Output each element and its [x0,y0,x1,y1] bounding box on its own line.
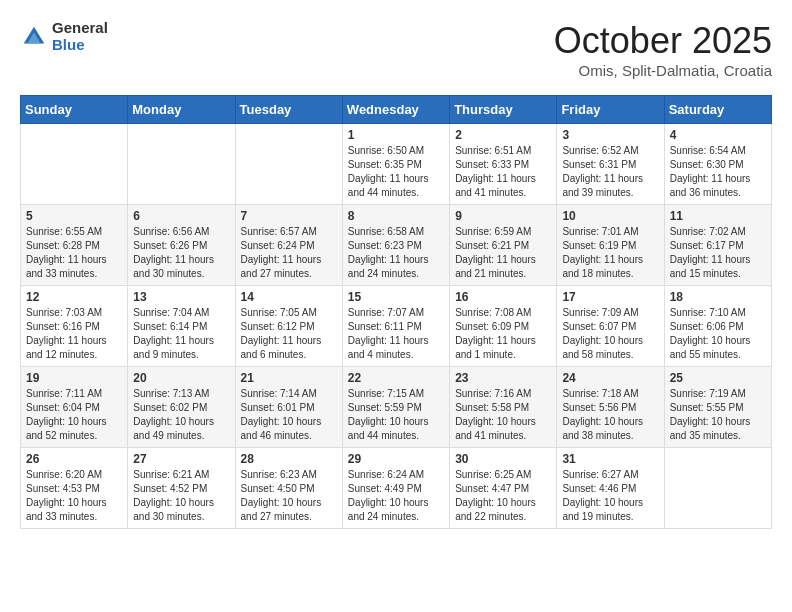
calendar-cell: 11Sunrise: 7:02 AMSunset: 6:17 PMDayligh… [664,205,771,286]
day-number: 2 [455,128,551,142]
day-number: 19 [26,371,122,385]
logo-blue: Blue [52,37,108,54]
title-block: October 2025 Omis, Split-Dalmatia, Croat… [554,20,772,79]
weekday-header: Friday [557,96,664,124]
calendar-cell: 16Sunrise: 7:08 AMSunset: 6:09 PMDayligh… [450,286,557,367]
logo: General Blue [20,20,108,53]
day-info: Sunrise: 6:20 AMSunset: 4:53 PMDaylight:… [26,468,122,524]
weekday-header: Monday [128,96,235,124]
weekday-header: Saturday [664,96,771,124]
month-title: October 2025 [554,20,772,62]
calendar-cell: 29Sunrise: 6:24 AMSunset: 4:49 PMDayligh… [342,448,449,529]
calendar-cell: 18Sunrise: 7:10 AMSunset: 6:06 PMDayligh… [664,286,771,367]
calendar-cell: 22Sunrise: 7:15 AMSunset: 5:59 PMDayligh… [342,367,449,448]
page-header: General Blue October 2025 Omis, Split-Da… [20,20,772,79]
calendar-week-row: 5Sunrise: 6:55 AMSunset: 6:28 PMDaylight… [21,205,772,286]
calendar-cell: 17Sunrise: 7:09 AMSunset: 6:07 PMDayligh… [557,286,664,367]
day-number: 18 [670,290,766,304]
day-info: Sunrise: 6:54 AMSunset: 6:30 PMDaylight:… [670,144,766,200]
calendar-cell: 28Sunrise: 6:23 AMSunset: 4:50 PMDayligh… [235,448,342,529]
day-info: Sunrise: 7:09 AMSunset: 6:07 PMDaylight:… [562,306,658,362]
day-info: Sunrise: 7:02 AMSunset: 6:17 PMDaylight:… [670,225,766,281]
day-number: 15 [348,290,444,304]
day-info: Sunrise: 7:15 AMSunset: 5:59 PMDaylight:… [348,387,444,443]
calendar-cell: 26Sunrise: 6:20 AMSunset: 4:53 PMDayligh… [21,448,128,529]
day-number: 10 [562,209,658,223]
day-number: 5 [26,209,122,223]
location-subtitle: Omis, Split-Dalmatia, Croatia [554,62,772,79]
day-info: Sunrise: 7:05 AMSunset: 6:12 PMDaylight:… [241,306,337,362]
calendar-cell: 21Sunrise: 7:14 AMSunset: 6:01 PMDayligh… [235,367,342,448]
calendar-cell: 4Sunrise: 6:54 AMSunset: 6:30 PMDaylight… [664,124,771,205]
calendar-cell: 3Sunrise: 6:52 AMSunset: 6:31 PMDaylight… [557,124,664,205]
day-number: 9 [455,209,551,223]
day-info: Sunrise: 7:10 AMSunset: 6:06 PMDaylight:… [670,306,766,362]
calendar-cell: 25Sunrise: 7:19 AMSunset: 5:55 PMDayligh… [664,367,771,448]
day-number: 4 [670,128,766,142]
day-info: Sunrise: 7:13 AMSunset: 6:02 PMDaylight:… [133,387,229,443]
logo-icon [20,23,48,51]
weekday-header: Tuesday [235,96,342,124]
calendar-cell: 7Sunrise: 6:57 AMSunset: 6:24 PMDaylight… [235,205,342,286]
day-number: 28 [241,452,337,466]
day-number: 23 [455,371,551,385]
calendar-cell: 6Sunrise: 6:56 AMSunset: 6:26 PMDaylight… [128,205,235,286]
calendar-week-row: 1Sunrise: 6:50 AMSunset: 6:35 PMDaylight… [21,124,772,205]
day-info: Sunrise: 6:58 AMSunset: 6:23 PMDaylight:… [348,225,444,281]
day-info: Sunrise: 6:25 AMSunset: 4:47 PMDaylight:… [455,468,551,524]
calendar-cell: 5Sunrise: 6:55 AMSunset: 6:28 PMDaylight… [21,205,128,286]
day-info: Sunrise: 7:14 AMSunset: 6:01 PMDaylight:… [241,387,337,443]
day-number: 12 [26,290,122,304]
calendar-cell [664,448,771,529]
day-info: Sunrise: 6:23 AMSunset: 4:50 PMDaylight:… [241,468,337,524]
calendar-cell: 2Sunrise: 6:51 AMSunset: 6:33 PMDaylight… [450,124,557,205]
day-number: 26 [26,452,122,466]
day-number: 8 [348,209,444,223]
calendar-cell: 23Sunrise: 7:16 AMSunset: 5:58 PMDayligh… [450,367,557,448]
day-number: 3 [562,128,658,142]
calendar-cell: 27Sunrise: 6:21 AMSunset: 4:52 PMDayligh… [128,448,235,529]
calendar-cell: 19Sunrise: 7:11 AMSunset: 6:04 PMDayligh… [21,367,128,448]
day-number: 30 [455,452,551,466]
day-info: Sunrise: 6:57 AMSunset: 6:24 PMDaylight:… [241,225,337,281]
day-info: Sunrise: 7:16 AMSunset: 5:58 PMDaylight:… [455,387,551,443]
calendar-cell [21,124,128,205]
day-number: 22 [348,371,444,385]
weekday-header: Wednesday [342,96,449,124]
day-info: Sunrise: 7:19 AMSunset: 5:55 PMDaylight:… [670,387,766,443]
calendar-cell: 31Sunrise: 6:27 AMSunset: 4:46 PMDayligh… [557,448,664,529]
day-info: Sunrise: 7:08 AMSunset: 6:09 PMDaylight:… [455,306,551,362]
calendar-cell [235,124,342,205]
day-number: 17 [562,290,658,304]
day-info: Sunrise: 7:03 AMSunset: 6:16 PMDaylight:… [26,306,122,362]
day-number: 27 [133,452,229,466]
calendar-week-row: 19Sunrise: 7:11 AMSunset: 6:04 PMDayligh… [21,367,772,448]
calendar-cell: 20Sunrise: 7:13 AMSunset: 6:02 PMDayligh… [128,367,235,448]
day-info: Sunrise: 6:51 AMSunset: 6:33 PMDaylight:… [455,144,551,200]
day-number: 29 [348,452,444,466]
day-number: 14 [241,290,337,304]
day-info: Sunrise: 6:27 AMSunset: 4:46 PMDaylight:… [562,468,658,524]
day-info: Sunrise: 6:50 AMSunset: 6:35 PMDaylight:… [348,144,444,200]
day-info: Sunrise: 7:11 AMSunset: 6:04 PMDaylight:… [26,387,122,443]
day-number: 21 [241,371,337,385]
calendar-cell: 15Sunrise: 7:07 AMSunset: 6:11 PMDayligh… [342,286,449,367]
day-number: 20 [133,371,229,385]
day-info: Sunrise: 7:18 AMSunset: 5:56 PMDaylight:… [562,387,658,443]
day-info: Sunrise: 6:55 AMSunset: 6:28 PMDaylight:… [26,225,122,281]
calendar-cell: 30Sunrise: 6:25 AMSunset: 4:47 PMDayligh… [450,448,557,529]
calendar-cell: 1Sunrise: 6:50 AMSunset: 6:35 PMDaylight… [342,124,449,205]
logo-general: General [52,20,108,37]
day-number: 1 [348,128,444,142]
logo-text: General Blue [52,20,108,53]
day-info: Sunrise: 6:59 AMSunset: 6:21 PMDaylight:… [455,225,551,281]
calendar-week-row: 12Sunrise: 7:03 AMSunset: 6:16 PMDayligh… [21,286,772,367]
calendar-cell: 14Sunrise: 7:05 AMSunset: 6:12 PMDayligh… [235,286,342,367]
day-number: 6 [133,209,229,223]
calendar-cell [128,124,235,205]
weekday-header-row: SundayMondayTuesdayWednesdayThursdayFrid… [21,96,772,124]
day-number: 11 [670,209,766,223]
calendar-cell: 24Sunrise: 7:18 AMSunset: 5:56 PMDayligh… [557,367,664,448]
day-info: Sunrise: 7:04 AMSunset: 6:14 PMDaylight:… [133,306,229,362]
day-info: Sunrise: 6:52 AMSunset: 6:31 PMDaylight:… [562,144,658,200]
